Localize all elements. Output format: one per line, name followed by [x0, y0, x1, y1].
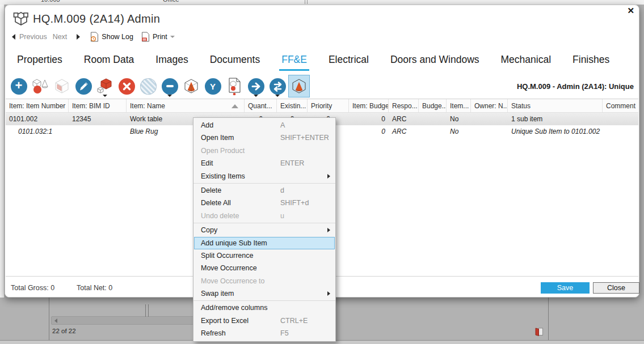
menu-item-swap-item[interactable]: Swap item [193, 287, 335, 300]
previous-button[interactable]: Previous [19, 33, 47, 41]
background-divider [307, 0, 308, 4]
context-label: HQ.M.009 - Admin (2A14): Unique [517, 82, 634, 91]
scroll-left-icon[interactable] [54, 318, 57, 323]
cell-bim-id: 12345 [69, 113, 127, 125]
tab-electrical[interactable]: Electrical [328, 52, 369, 71]
print-dropdown-icon[interactable] [170, 36, 175, 38]
swap-icon[interactable] [267, 75, 288, 97]
tab-images[interactable]: Images [155, 52, 188, 71]
cell-item-budget: 0 [349, 125, 389, 138]
tab-documents[interactable]: Documents [209, 52, 261, 71]
background-panel-left [0, 5, 5, 298]
menu-item-move-occurrence[interactable]: Move Occurrence [193, 262, 335, 274]
menu-item-shortcut: A [280, 119, 285, 131]
menu-item-split-occurrence[interactable]: Split Occurrence [193, 249, 335, 262]
add-icon[interactable]: + [8, 75, 30, 97]
menu-separator [193, 223, 335, 223]
menu-item-add-unique-sub-item[interactable]: Add unique Sub Item [194, 237, 335, 249]
col-comment[interactable]: Comment [603, 99, 638, 112]
splitter-handle[interactable] [145, 304, 146, 317]
menu-item-add-remove-columns[interactable]: Add/remove columns [193, 301, 335, 314]
tab-bar: Properties Room Data Images Documents FF… [16, 52, 630, 71]
item-cone-icon[interactable] [180, 75, 202, 97]
close-icon[interactable]: ✕ [627, 6, 634, 16]
menu-item-open-item[interactable]: Open ItemSHIFT+ENTER [193, 131, 335, 144]
cell-item-budget: 0 [349, 113, 389, 125]
menu-item-shortcut: CTRL+E [280, 315, 308, 327]
col-status[interactable]: Status [508, 99, 603, 112]
print-button[interactable]: Print [141, 32, 175, 42]
cell-owner [471, 113, 508, 125]
col-bim-id[interactable]: Item: BIM ID [69, 99, 127, 112]
menu-item-existing-items[interactable]: Existing Items [193, 170, 335, 182]
next-arrow-icon[interactable] [77, 34, 80, 40]
col-existing[interactable]: Existin... [277, 99, 308, 112]
menu-item-delete[interactable]: Deleted [193, 184, 335, 197]
close-button[interactable]: Close [593, 282, 639, 294]
report-icon[interactable] [224, 75, 245, 97]
col-name-label: Item: Name [130, 102, 165, 110]
menu-item-label: Copy [201, 226, 217, 234]
total-net: Total Net: 0 [77, 284, 112, 292]
move-icon[interactable] [245, 75, 267, 97]
tab-finishes[interactable]: Finishes [572, 52, 610, 71]
cell-status: 1 sub item [508, 113, 603, 125]
show-log-button[interactable]: Show Log [90, 32, 133, 42]
nav-toolbar: Previous Next Show Log Print [9, 31, 183, 43]
save-button[interactable]: Save [541, 282, 590, 294]
menu-item-label: Add unique Sub Item [201, 239, 267, 247]
tab-ffe[interactable]: FF&E [281, 52, 308, 71]
col-name[interactable]: Item: Name [127, 99, 245, 112]
dropdown-caret-icon[interactable] [275, 95, 280, 97]
col-quantity[interactable]: Quant... [245, 99, 277, 112]
next-button[interactable]: Next [53, 33, 68, 41]
dropdown-caret-icon[interactable] [103, 95, 107, 97]
delete-icon[interactable] [116, 75, 137, 97]
split-icon[interactable]: Y [202, 75, 224, 97]
add-sub-item-icon[interactable] [94, 75, 116, 97]
menu-item-label: Existing Items [201, 172, 245, 180]
col-item-budget[interactable]: Item: Budge... [349, 99, 389, 112]
unavailable-icon [137, 75, 159, 97]
menu-item-label: Export to Excel [201, 317, 249, 325]
col-responsible[interactable]: Respo... [389, 99, 419, 112]
cell-responsible: ARC [389, 125, 419, 138]
menu-item-edit[interactable]: EditENTER [193, 157, 335, 169]
unique-sub-item-icon[interactable] [288, 75, 310, 97]
background-text-fragment: 10.003 [41, 0, 60, 3]
dialog-title: HQ.M.009 (2A14) Admin [33, 12, 160, 26]
menu-item-label: Refresh [201, 329, 226, 337]
menu-item-refresh[interactable]: RefreshF5 [193, 327, 335, 339]
menu-item-open-product: Open Product [193, 145, 335, 157]
dropdown-caret-icon[interactable] [254, 95, 258, 97]
col-owner[interactable]: Owner: N... [471, 99, 508, 112]
background-divider [305, 0, 305, 4]
tab-mechanical[interactable]: Mechanical [500, 52, 552, 71]
col-item[interactable]: Item... [447, 99, 471, 112]
previous-arrow-icon[interactable] [12, 34, 15, 40]
col-priority[interactable]: Priority [308, 99, 349, 112]
edit-icon[interactable] [73, 75, 94, 97]
menu-item-label: Move Occurrence [201, 264, 257, 272]
col-budget[interactable]: Budge... [419, 99, 447, 112]
product-icon[interactable] [51, 75, 73, 97]
tab-doors-and-windows[interactable]: Doors and Windows [390, 52, 480, 71]
print-icon [141, 32, 150, 42]
splitter-handle[interactable] [148, 304, 149, 317]
menu-item-move-occurrence-to: Move Occurrence to [193, 275, 335, 287]
menu-item-copy[interactable]: Copy [193, 224, 335, 236]
items-icon[interactable] [30, 75, 51, 97]
menu-item-add[interactable]: AddA [193, 119, 335, 131]
panel-divider [49, 298, 49, 340]
col-item-number[interactable]: Item: Item Number [6, 99, 69, 112]
tab-properties[interactable]: Properties [16, 52, 63, 71]
cell-item-number: 0101.002 [6, 113, 69, 125]
remove-icon[interactable] [159, 75, 180, 97]
menu-item-export-to-excel[interactable]: Export to ExcelCTRL+E [193, 315, 335, 327]
cell-item-number: 0101.032:1 [6, 125, 69, 138]
dropdown-caret-icon[interactable] [167, 95, 172, 97]
tab-room-data[interactable]: Room Data [83, 52, 135, 71]
menu-item-label: Delete [201, 186, 221, 194]
menu-item-delete-all[interactable]: Delete AllSHIFT+d [193, 197, 335, 209]
sort-ascending-icon[interactable] [231, 104, 238, 108]
